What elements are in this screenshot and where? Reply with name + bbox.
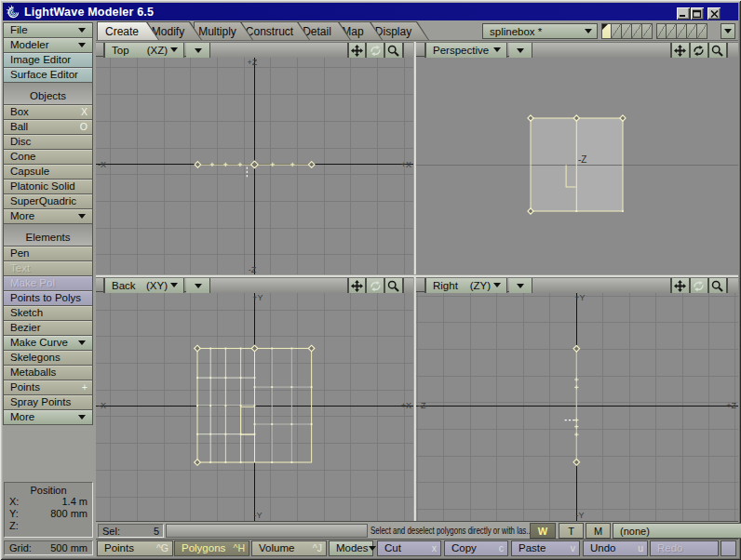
viewport-top: Top(XZ)+Z-Z-X+X [96, 42, 413, 274]
viewport-pan-button[interactable] [671, 278, 690, 293]
object-selector-dropdown[interactable]: splinebox * [482, 23, 598, 39]
sidebar-item-more[interactable]: More [4, 410, 92, 425]
sidebar-item-make-curve[interactable]: Make Curve [4, 336, 92, 351]
viewport-pan-button[interactable] [671, 43, 690, 58]
grid-label: Grid: [9, 542, 32, 553]
viewport-zoom-button[interactable] [384, 43, 403, 58]
close-button[interactable] [707, 7, 721, 20]
vmap-type-button-m[interactable]: M [586, 523, 611, 539]
sidebar-item-modeler[interactable]: Modeler [4, 38, 92, 53]
chevron-down-icon [78, 415, 86, 420]
sidebar-item-file[interactable]: File [4, 23, 92, 38]
layer-button-10[interactable] [697, 23, 707, 39]
viewport-pan-button[interactable] [348, 43, 367, 58]
layer-button-3[interactable] [622, 23, 632, 39]
action-cut[interactable]: Cutx [377, 540, 441, 556]
sidebar-item-label: Box [10, 106, 29, 117]
layer-bank-dropdown-button[interactable] [721, 23, 735, 39]
sidebar-item-surface-editor[interactable]: Surface Editor [4, 68, 92, 83]
sidebar-item-capsule[interactable]: Capsule [4, 165, 92, 180]
title-bar[interactable]: LightWave Modeler 6.5 [3, 3, 738, 20]
axis-label-left: -Z [418, 401, 426, 410]
viewport-splitter-horizontal[interactable] [96, 274, 738, 277]
layer-button-9[interactable] [687, 23, 697, 39]
viewport-back-canvas[interactable]: +Y-Y-X+X [96, 292, 413, 521]
numeric-entry-field[interactable] [166, 524, 368, 538]
position-row-z: Z: [5, 520, 92, 532]
sidebar-item-more[interactable]: More [4, 209, 92, 224]
modes-dropdown[interactable]: Modes [329, 540, 373, 556]
viewport-top-options-dropdown[interactable] [186, 43, 210, 58]
viewport-right-canvas[interactable]: +Y-Y-Z+Z [416, 292, 738, 521]
viewport-perspective-options-dropdown[interactable] [509, 43, 532, 58]
minimize-button[interactable] [677, 7, 690, 20]
pan-icon [674, 280, 686, 292]
sidebar-item-cone[interactable]: Cone [4, 150, 92, 165]
viewport-rotate-button[interactable] [690, 43, 708, 58]
viewport-splitter-vertical[interactable] [413, 42, 416, 521]
viewport-rotate-button[interactable] [366, 43, 384, 58]
selection-mode-points[interactable]: Points^G [97, 540, 173, 556]
viewport-right-options-dropdown[interactable] [509, 278, 532, 293]
sidebar-item-bezier[interactable]: Bezier [4, 321, 92, 336]
layer-button-2[interactable] [612, 23, 622, 39]
sidebar-item-ball[interactable]: BallO [4, 120, 92, 135]
selection-mode-polygons[interactable]: Polygons^H [174, 540, 249, 556]
viewport-rotate-button[interactable] [690, 278, 708, 293]
sidebar-item-pen[interactable]: Pen [4, 247, 92, 261]
viewport-pan-button[interactable] [348, 278, 367, 293]
toolbar-spacer [96, 278, 104, 293]
viewport-right-type-dropdown[interactable]: Right(ZY) [425, 278, 507, 293]
tab-construct[interactable]: Construct [241, 21, 310, 40]
layer-button-7[interactable] [667, 23, 677, 39]
layer-diagonal-mark [667, 24, 676, 38]
chevron-down-icon [170, 47, 178, 52]
selection-mode-label: Volume [259, 542, 294, 553]
sidebar-item-metaballs[interactable]: Metaballs [4, 366, 92, 380]
sidebar-group-header-objects: Objects [4, 83, 92, 105]
vertex-map-dropdown[interactable]: (none) [613, 523, 741, 539]
action-copy[interactable]: Copyc [444, 540, 508, 556]
layer-button-1[interactable] [601, 23, 612, 39]
sidebar-item-spray-points[interactable]: Spray Points [4, 395, 92, 410]
sidebar-item-disc[interactable]: Disc [4, 135, 92, 150]
layer-button-8[interactable] [677, 23, 687, 39]
sidebar-group-label: Elements [26, 232, 71, 243]
sidebar-item-superquadric[interactable]: SuperQuadric [4, 194, 92, 209]
sidebar-item-box[interactable]: BoxX [4, 105, 92, 120]
maximize-button[interactable] [691, 7, 704, 20]
sidebar-item-points[interactable]: Points+ [4, 380, 92, 395]
layer-button-6[interactable] [656, 23, 667, 39]
action-paste[interactable]: Pastev [511, 540, 580, 556]
viewport-zoom-button[interactable] [384, 278, 403, 293]
sidebar-item-label: Platonic Solid [10, 180, 75, 192]
sidebar-item-sketch[interactable]: Sketch [4, 306, 92, 321]
layer-button-5[interactable] [642, 23, 653, 39]
selection-mode-volume[interactable]: Volume^J [251, 540, 327, 556]
position-x-label: X: [9, 496, 19, 508]
chevron-down-icon [517, 48, 524, 53]
viewport-back-options-dropdown[interactable] [186, 278, 210, 293]
viewport-rotate-button[interactable] [366, 278, 384, 293]
viewport-perspective-type-dropdown[interactable]: Perspective [425, 43, 507, 58]
sidebar-item-image-editor[interactable]: Image Editor [4, 53, 92, 68]
sidebar-item-skelegons[interactable]: Skelegons [4, 351, 92, 366]
vmap-type-label: M [594, 526, 602, 537]
pan-icon [351, 45, 363, 57]
viewport-top-canvas[interactable]: +Z-Z-X+X [96, 57, 413, 274]
viewport-zoom-button[interactable] [708, 278, 727, 293]
viewport-back-type-dropdown[interactable]: Back(XY) [104, 278, 184, 293]
vmap-type-button-w[interactable]: W [530, 523, 556, 539]
viewport-perspective-canvas[interactable]: -Z [416, 57, 738, 274]
vmap-type-button-t[interactable]: T [559, 523, 584, 539]
sidebar-item-platonic-solid[interactable]: Platonic Solid [4, 180, 92, 194]
viewport-top-type-dropdown[interactable]: Top(XZ) [104, 43, 184, 58]
toolbar-strip [532, 43, 671, 58]
viewport-zoom-button[interactable] [708, 43, 727, 58]
action-undo[interactable]: Undou [583, 540, 648, 556]
action-label: Cut [384, 542, 401, 553]
sidebar-item-label: Metaballs [10, 367, 56, 378]
layer-button-4[interactable] [632, 23, 642, 39]
sidebar-item-points-to-polys[interactable]: Points to Polys [4, 291, 92, 306]
action-label: Copy [451, 542, 477, 553]
